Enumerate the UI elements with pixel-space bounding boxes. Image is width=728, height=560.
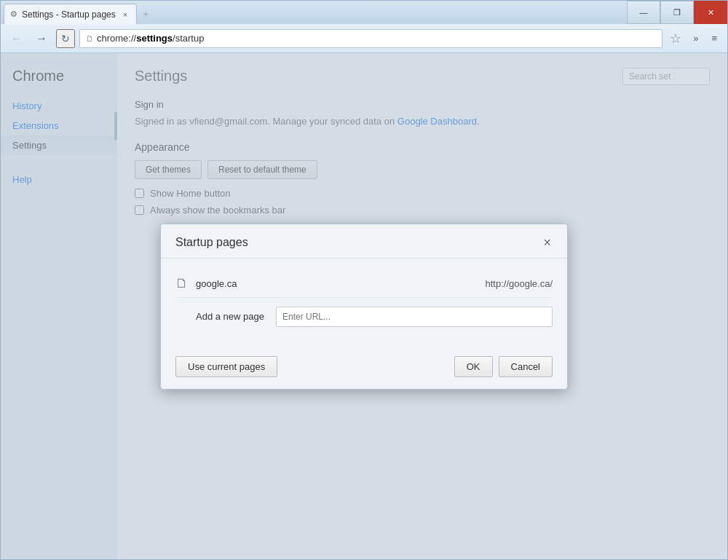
page-file-icon: 🗋: [175, 276, 189, 291]
tab-favicon: ⚙: [10, 9, 17, 19]
startup-pages-dialog: Startup pages × 🗋 google.ca http://googl…: [160, 224, 568, 390]
tab-close-button[interactable]: ×: [120, 9, 130, 20]
reload-button[interactable]: ↻: [56, 29, 75, 48]
dialog-footer: Use current pages OK Cancel: [161, 347, 567, 389]
window-controls: — ❐ ✕: [627, 1, 727, 24]
dialog-body: 🗋 google.ca http://google.ca/ Add a new …: [161, 259, 567, 347]
bookmark-star-button[interactable]: ☆: [667, 31, 684, 47]
address-icon: 🗋: [86, 34, 94, 43]
browser-toolbar: ← → ↻ 🗋 chrome://settings/startup ☆ » ≡: [1, 24, 727, 53]
page-entry-row: 🗋 google.ca http://google.ca/: [175, 270, 553, 298]
browser-window: ⚙ Settings - Startup pages × + — ❐ ✕ ← →…: [0, 0, 728, 560]
url-input[interactable]: [276, 307, 553, 327]
new-tab-icon: +: [143, 8, 149, 20]
dialog-title: Startup pages: [175, 236, 248, 249]
dialog-overlay: Startup pages × 🗋 google.ca http://googl…: [1, 53, 727, 559]
active-tab[interactable]: ⚙ Settings - Startup pages ×: [4, 4, 137, 24]
page-name: google.ca: [196, 278, 485, 289]
dialog-header: Startup pages ×: [161, 224, 567, 259]
cancel-button[interactable]: Cancel: [499, 356, 553, 377]
content-area: Chrome History Extensions Settings Help …: [1, 53, 727, 559]
new-tab[interactable]: +: [137, 4, 166, 24]
page-url: http://google.ca/: [485, 278, 553, 289]
dialog-action-buttons: OK Cancel: [454, 356, 553, 377]
add-page-row: Add a new page: [175, 298, 553, 336]
dialog-close-button[interactable]: ×: [542, 236, 553, 249]
chrome-menu-button[interactable]: ≡: [707, 33, 721, 44]
address-highlight: settings: [136, 33, 173, 44]
address-text: chrome://settings/startup: [97, 33, 204, 44]
extensions-button[interactable]: »: [689, 33, 703, 44]
use-current-pages-button[interactable]: Use current pages: [175, 356, 277, 377]
add-page-label: Add a new page: [196, 311, 264, 322]
back-button[interactable]: ←: [7, 28, 27, 49]
ok-button[interactable]: OK: [454, 356, 493, 377]
tab-title: Settings - Startup pages: [22, 9, 116, 20]
close-button[interactable]: ✕: [694, 1, 727, 24]
forward-button[interactable]: →: [31, 28, 52, 49]
minimize-button[interactable]: —: [627, 1, 660, 24]
maximize-button[interactable]: ❐: [660, 1, 694, 24]
titlebar: ⚙ Settings - Startup pages × + — ❐ ✕: [1, 1, 727, 24]
address-bar[interactable]: 🗋 chrome://settings/startup: [79, 29, 662, 48]
